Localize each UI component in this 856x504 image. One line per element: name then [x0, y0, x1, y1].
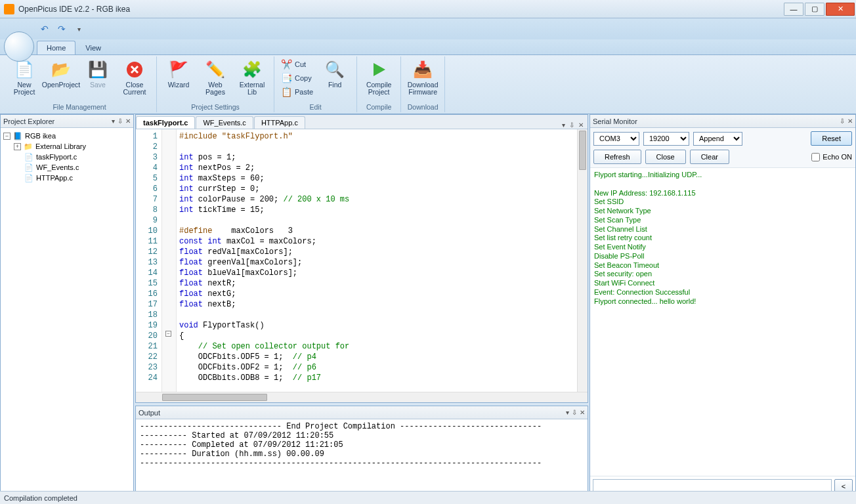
flag-icon: 🚩	[168, 59, 189, 80]
folder-icon: 📁	[24, 142, 33, 151]
pencil-icon: ✏️	[205, 59, 226, 80]
close-current-button[interactable]: Close Current	[117, 58, 152, 97]
window-title: OpenPicus IDE v2.2 - RGB ikea	[18, 5, 130, 14]
c-file-icon: 📄	[24, 163, 33, 172]
group-compile: Compile	[361, 102, 396, 111]
code-area[interactable]: 123456789101112131415161718192021222324 …	[136, 129, 588, 392]
ribbon-tabs: Home View	[0, 39, 856, 55]
tab-view[interactable]: View	[75, 41, 111, 54]
copy-button[interactable]: 📑Copy	[278, 72, 316, 85]
clipboard-icon: 📋	[281, 87, 291, 97]
fold-margin[interactable]: −	[162, 129, 177, 392]
tree-file[interactable]: 📄 WF_Events.c	[2, 162, 132, 173]
c-file-icon: 📄	[24, 152, 33, 161]
project-explorer-panel: Project Explorer ▾ ⇩ ✕ − 📘 RGB ikea + 📁 …	[0, 114, 134, 504]
tabs-pin-icon[interactable]: ⇩	[569, 121, 574, 129]
pin-icon[interactable]: ⇩	[118, 117, 123, 125]
new-project-button[interactable]: 📄 New Project	[7, 58, 42, 97]
titlebar: OpenPicus IDE v2.2 - RGB ikea — ▢ ✕	[0, 0, 856, 18]
baud-select[interactable]: 19200	[643, 132, 689, 146]
document-icon: 📄	[14, 59, 35, 80]
panel-close-icon[interactable]: ✕	[125, 117, 131, 125]
panel-close-icon[interactable]: ✕	[580, 409, 585, 416]
serial-monitor-title: Serial Monitor	[593, 117, 637, 125]
pin-icon[interactable]: ⇩	[572, 409, 577, 416]
group-download: Download	[405, 102, 440, 111]
serial-log[interactable]: Flyport starting...Initializing UDP... N…	[590, 168, 855, 476]
copy-icon: 📑	[281, 73, 291, 83]
app-icon	[4, 4, 14, 14]
pin-icon[interactable]: ⇩	[840, 117, 845, 125]
close-button[interactable]: ✕	[826, 3, 855, 16]
project-icon: 📘	[13, 131, 22, 140]
paste-button[interactable]: 📋Paste	[278, 85, 316, 98]
external-lib-button[interactable]: 🧩 External Lib	[234, 58, 270, 97]
line-gutter: 123456789101112131415161718192021222324	[136, 129, 162, 392]
ribbon: 📄 New Project 📂 OpenProject 💾 Save Close…	[0, 55, 856, 114]
group-edit: Edit	[278, 102, 353, 111]
web-pages-button[interactable]: ✏️ Web Pages	[198, 58, 233, 97]
code-editor-panel: taskFlyport.c WF_Events.c HTTPApp.c ▾ ⇩ …	[135, 114, 588, 403]
find-button[interactable]: 🔍 Find	[317, 58, 353, 98]
file-tab-httpapp[interactable]: HTTPApp.c	[254, 116, 305, 129]
tabs-close-icon[interactable]: ✕	[578, 121, 584, 129]
tree-root[interactable]: − 📘 RGB ikea	[2, 131, 132, 141]
folder-open-icon: 📂	[51, 59, 72, 80]
puzzle-icon: 🧩	[242, 59, 263, 80]
file-tabs: taskFlyport.c WF_Events.c HTTPApp.c ▾ ⇩ …	[136, 115, 588, 129]
tree-external-library[interactable]: + 📁 External Library	[2, 141, 132, 152]
quick-access-row: ↶ ↷ ▾	[0, 18, 856, 39]
horizontal-scrollbar[interactable]	[136, 392, 588, 402]
vertical-scrollbar[interactable]	[577, 129, 588, 392]
mode-select[interactable]: Append	[693, 132, 742, 146]
tabs-dropdown-icon[interactable]: ▾	[562, 121, 565, 129]
port-select[interactable]: COM3	[593, 132, 639, 146]
status-text: Compilation completed	[4, 494, 77, 502]
redo-icon[interactable]: ↷	[56, 24, 67, 34]
code-text[interactable]: #include "taskFlyport.h"int pos = 1;int …	[177, 129, 577, 392]
refresh-button[interactable]: Refresh	[593, 150, 641, 164]
download-firmware-button[interactable]: 📥 Download Firmware	[405, 58, 440, 97]
project-tree[interactable]: − 📘 RGB ikea + 📁 External Library 📄 task…	[1, 128, 133, 504]
qat-dropdown-icon[interactable]: ▾	[74, 24, 84, 34]
group-project-settings: Project Settings	[161, 102, 270, 111]
echo-checkbox-input[interactable]	[811, 153, 820, 161]
compile-project-button[interactable]: Compile Project	[361, 58, 396, 97]
wizard-button[interactable]: 🚩 Wizard	[161, 58, 196, 97]
tab-home[interactable]: Home	[37, 41, 75, 54]
maximize-button[interactable]: ▢	[805, 3, 824, 16]
tree-toggle-icon[interactable]: +	[14, 143, 21, 150]
save-icon: 💾	[87, 59, 108, 80]
close-red-icon	[124, 59, 145, 80]
statusbar: Compilation completed	[0, 491, 856, 504]
minimize-button[interactable]: —	[784, 3, 803, 16]
reset-button[interactable]: Reset	[811, 131, 852, 146]
group-file-management: File Management	[7, 102, 152, 111]
output-title: Output	[139, 409, 160, 417]
output-panel: Output ▾ ⇩ ✕ ---------------------------…	[135, 406, 588, 504]
tree-file[interactable]: 📄 taskFlyport.c	[2, 152, 132, 162]
tree-toggle-icon[interactable]: −	[3, 133, 11, 140]
fold-icon[interactable]: −	[165, 331, 171, 337]
project-explorer-title: Project Explorer	[3, 117, 54, 125]
app-orb-button[interactable]	[4, 32, 34, 62]
scissors-icon: ✂️	[281, 59, 291, 70]
save-button[interactable]: 💾 Save	[80, 58, 116, 97]
close-serial-button[interactable]: Close	[645, 150, 686, 164]
echo-checkbox[interactable]: Echo ON	[811, 153, 852, 161]
binoculars-icon: 🔍	[324, 59, 345, 80]
panel-dropdown-icon[interactable]: ▾	[112, 117, 115, 125]
undo-icon[interactable]: ↶	[39, 24, 50, 34]
file-tab-wfevents[interactable]: WF_Events.c	[196, 116, 253, 129]
cut-button[interactable]: ✂️Cut	[278, 58, 316, 71]
c-file-icon: 📄	[24, 173, 33, 182]
file-tab-taskflyport[interactable]: taskFlyport.c	[136, 116, 195, 129]
panel-dropdown-icon[interactable]: ▾	[566, 409, 569, 416]
serial-monitor-panel: Serial Monitor ⇩ ✕ COM3 19200 Append Res…	[589, 114, 856, 504]
open-project-button[interactable]: 📂 OpenProject	[43, 58, 79, 97]
play-icon	[368, 59, 389, 80]
tree-file[interactable]: 📄 HTTPApp.c	[2, 173, 132, 183]
clear-button[interactable]: Clear	[690, 150, 729, 164]
panel-close-icon[interactable]: ✕	[847, 117, 853, 125]
download-icon: 📥	[412, 59, 433, 80]
